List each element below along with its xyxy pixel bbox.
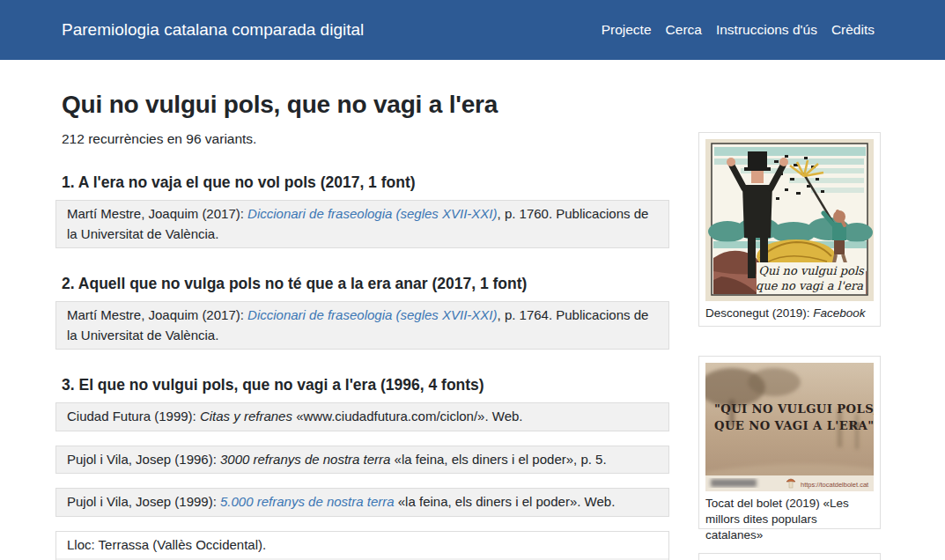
page-title: Qui no vulgui pols, que no vagi a l'era [55,91,669,119]
nav-links: Projecte Cerca Instruccions d'ús Crèdits [602,22,875,38]
citation: Pujol i Vila, Josep (1999): 5.000 refran… [55,488,669,517]
variant-heading: 3. El que no vulgui pols, que no vagi a … [55,376,669,394]
work-title: Citas y refranes [200,409,292,424]
caption-source: Facebook [813,306,865,320]
work-link[interactable]: Diccionari de fraseologia (segles XVII-X… [247,206,497,221]
photo-proverb-line1: "QUI NO VULGUI POLS, [714,402,874,416]
citation: Pujol i Vila, Josep (1996): 3000 refrany… [55,446,669,475]
citation: Ciudad Futura (1999): Citas y refranes «… [55,402,669,431]
citation-text: Pujol i Vila, Josep (1999): [67,494,220,509]
recurrence-summary: 212 recurrències en 96 variants. [55,131,669,147]
tile-illustration-thumbnail[interactable]: Qui no vulgui pols que no vagi a l'era [705,139,874,301]
image-caption: Desconegut (2019): Facebook [705,306,874,321]
watermark-logo-smudge [711,479,757,487]
variant-heading: 1. A l'era no vaja el que no vol pols (2… [55,173,669,192]
image-sidebar: Qui no vulgui pols que no vagi a l'era D… [698,60,881,560]
citation: Martí Mestre, Joaquim (2017): Diccionari… [55,301,669,350]
citation-location-row: Lloc: Terrassa (Vallès Occidental). [56,532,668,559]
citation-text: «www.ciudadfutura.com/ciclon/». Web. [292,409,523,424]
image-card-photo: "QUI NO VULGUI POLS, QUE NO VAGI A L'ERA… [698,356,881,529]
variant-section-3: 3. El que no vulgui pols, que no vagi a … [55,376,669,560]
main-content: Qui no vulgui pols, que no vagi a l'era … [55,60,669,560]
citation-text: Pujol i Vila, Josep (1996): [67,452,220,467]
citation-text: Martí Mestre, Joaquim (2017): [67,307,247,322]
citation-text: Ciudad Futura (1999): [67,409,200,424]
photo-tiny-attribution-smudge [849,423,860,427]
variant-section-1: 1. A l'era no vaja el que no vol pols (2… [55,173,669,248]
work-title: 3000 refranys de nostra terra [220,452,390,467]
tile-proverb-line1: Qui no vulgui pols [758,264,865,277]
citation-text: Martí Mestre, Joaquim (2017): [67,206,247,221]
image-card-partial [698,553,881,560]
work-link[interactable]: Diccionari de fraseologia (segles XVII-X… [247,307,497,322]
tile-proverb-line2: que no vagi a l'era [756,279,863,292]
citation: Martí Mestre, Joaquim (2017): Diccionari… [55,200,669,248]
grouped-citation: Lloc: Terrassa (Vallès Occidental). (201… [55,531,669,560]
nav-item-projecte[interactable]: Projecte [602,22,652,37]
citation-text: «la feina, els diners i el poder», p. 5. [390,452,606,467]
nav-item-instruccions[interactable]: Instruccions d'ús [716,22,817,37]
brand-link[interactable]: Paremiologia catalana comparada digital [62,20,364,40]
tile-caption-panel: Qui no vulgui pols que no vagi a l'era [756,262,866,294]
photo-watermark-bar: https://tocatdelbolet.cat [705,475,874,491]
citation-text: «la feina, els diners i el poder». Web. [395,494,616,509]
image-card-tile: Qui no vulgui pols que no vagi a l'era D… [698,132,881,327]
variant-section-2: 2. Aquell que no vulga pols no té que a … [55,275,669,350]
nav-item-credits[interactable]: Crèdits [831,22,875,37]
dusty-photo-thumbnail[interactable]: "QUI NO VULGUI POLS, QUE NO VAGI A L'ERA… [705,363,874,491]
image-caption: Tocat del bolet (2019) «Les millors dite… [705,496,874,544]
variant-heading: 2. Aquell que no vulga pols no té que a … [55,275,669,293]
watermark-url: https://tocatdelbolet.cat [801,481,869,489]
page-body: Qui no vulgui pols, que no vagi a l'era … [0,60,945,560]
caption-text: Desconegut (2019): [705,306,813,320]
navbar: Paremiologia catalana comparada digital … [0,0,945,60]
nav-item-cerca[interactable]: Cerca [666,22,702,37]
work-link[interactable]: 5.000 refranys de nostra terra [220,494,395,509]
